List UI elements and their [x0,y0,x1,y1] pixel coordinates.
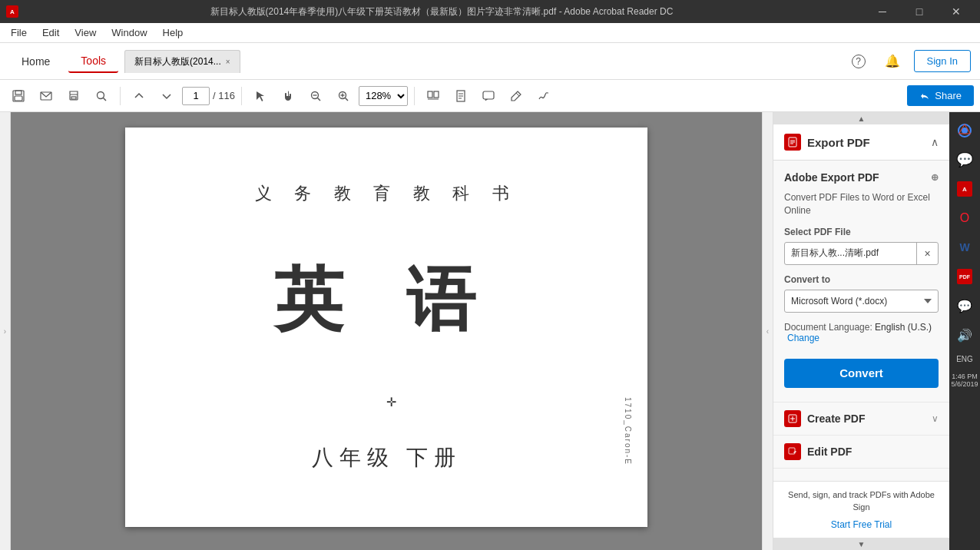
bottom-section: Send, sign, and track PDFs with Adobe Si… [773,481,949,538]
edit-pdf-row[interactable]: Edit PDF [773,436,949,469]
home-nav-button[interactable]: Home [9,51,62,72]
highlight-icon [510,90,522,102]
create-pdf-svg [788,414,797,423]
email-button[interactable] [34,84,58,108]
svg-point-6 [98,91,104,98]
change-language-link[interactable]: Change [787,333,819,343]
pdf-page: 义 务 教 育 教 科 书 英 语 ✛ 八年级 下册 1710_Caron-E [125,128,647,527]
print-button[interactable] [61,84,86,108]
hand-icon [282,90,294,102]
help-icon: ? [852,55,866,68]
pdf-document-icon [787,137,798,147]
page-number-input[interactable] [182,87,210,105]
export-pdf-title-text: Export PDF [807,136,870,149]
signature-button[interactable] [531,84,556,108]
export-pdf-title: Export PDF [784,134,870,151]
sign-in-button[interactable]: Sign In [914,50,971,72]
save-button[interactable] [6,84,31,108]
svg-rect-16 [428,91,432,98]
page-down-button[interactable] [154,84,179,108]
search-button[interactable] [89,84,114,108]
tab-close-button[interactable]: × [226,58,230,66]
convert-to-select[interactable]: Microsoft Word (*.docx) Microsoft Excel … [784,290,939,313]
panel-scroll-up[interactable]: ▲ [773,112,949,124]
keyboard-layout-indicator[interactable]: ENG [955,352,975,366]
separator-1 [120,87,121,105]
clock-date: 5/6/2019 [951,380,978,388]
separator-3 [414,87,415,105]
export-pdf-collapse-button[interactable]: ∧ [931,136,939,148]
taskbar-word-icon[interactable]: W [952,235,977,260]
minimize-button[interactable]: ─ [865,0,900,23]
taskbar-adobe-icon[interactable]: A [952,177,977,201]
help-button[interactable]: ? [846,49,871,74]
pdf-side-text: 1710_Caron-E [624,397,632,466]
pdf-file-selector: 新目标人教...清晰.pdf × [784,242,939,265]
svg-rect-17 [434,91,439,98]
convert-button[interactable]: Convert [784,359,939,388]
comment-icon [482,90,495,102]
bottom-section-text: Send, sign, and track PDFs with Adobe Si… [784,489,939,513]
svg-rect-23 [483,91,494,99]
edit-pdf-label: Edit PDF [807,446,852,458]
document-tab[interactable]: 新目标人教版(2014... × [124,50,240,73]
start-free-trial-link[interactable]: Start Free Trial [784,519,939,530]
comment-button[interactable] [476,84,501,108]
create-pdf-row[interactable]: Create PDF ∨ [773,403,949,436]
zoom-select[interactable]: 128% 50% 75% 100% 150% [359,86,408,106]
svg-rect-2 [15,96,22,101]
separator-2 [241,87,242,105]
svg-line-15 [345,98,348,101]
svg-marker-8 [257,91,264,101]
print-icon [68,90,80,102]
close-button[interactable]: ✕ [939,0,974,23]
notification-button[interactable]: 🔔 [880,49,905,74]
edit-pdf-svg [788,447,797,456]
right-panel-handle[interactable]: ‹ [762,112,773,550]
header-right: ? 🔔 Sign In [846,49,971,74]
menu-view[interactable]: View [67,24,104,41]
zoom-out-button[interactable] [303,84,328,108]
maximize-button[interactable]: □ [902,0,937,23]
search-icon [95,90,108,102]
taskbar-volume-icon[interactable]: 🔊 [952,323,977,347]
zoom-out-icon [310,90,322,102]
taskbar-chrome-icon[interactable] [952,118,977,143]
export-pdf-header: Export PDF ∧ [773,124,949,161]
taskbar-opera-icon[interactable]: O [952,206,977,230]
adobe-export-section: Adobe Export PDF ⊕ Convert PDF Files to … [773,161,949,403]
panel-scroll-down[interactable]: ▼ [773,538,949,550]
create-pdf-expand-icon: ∨ [932,413,939,424]
cursor-tool-button[interactable] [248,84,273,108]
menu-edit[interactable]: Edit [35,24,67,41]
left-panel-handle[interactable]: › [0,112,11,550]
page-display-button[interactable] [449,84,473,108]
pdf-file-name: 新目标人教...清晰.pdf [785,243,916,263]
menu-file[interactable]: File [3,24,35,41]
share-button[interactable]: Share [907,85,974,106]
email-icon [40,90,52,102]
taskbar-wechat-icon[interactable]: 💬 [952,147,977,172]
adobe-export-description: Convert PDF Files to Word or Excel Onlin… [784,191,939,217]
window-title: 新目标人教版(2014年春季使用)八年级下册英语教材（最新版）图片字迹非常清晰.… [18,5,865,18]
right-icons-bar: 💬 A O W PDF 💬 🔊 ENG 1:46 PM 5/6/2019 [949,112,980,550]
zoom-in-button[interactable] [331,84,356,108]
convert-to-label: Convert to [784,274,939,285]
page-up-button[interactable] [127,84,151,108]
hand-tool-button[interactable] [276,84,300,108]
view-mode-icon [427,90,439,102]
edit-pdf-icon [784,443,801,460]
highlight-button[interactable] [504,84,528,108]
taskbar-pdf-icon-2[interactable]: PDF [952,264,977,289]
toolbar: / 116 128% 50% 75% 100% 150% Share [0,80,980,112]
signature-icon [538,90,550,102]
menu-help[interactable]: Help [155,24,191,41]
bell-icon: 🔔 [885,54,900,68]
view-mode-button[interactable] [421,84,445,108]
tools-nav-button[interactable]: Tools [68,50,118,73]
pdf-viewer[interactable]: 义 务 教 育 教 科 书 英 语 ✛ 八年级 下册 1710_Caron-E [11,112,762,550]
svg-line-7 [104,98,107,101]
pdf-file-clear-button[interactable]: × [916,243,938,264]
menu-window[interactable]: Window [104,24,154,41]
taskbar-comment-icon[interactable]: 💬 [952,293,977,318]
